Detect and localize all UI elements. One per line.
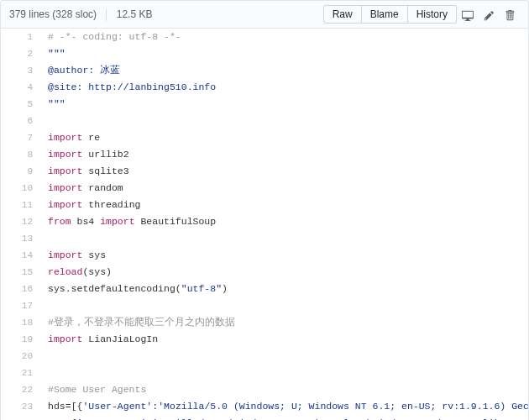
code-line: 2""" (1, 45, 529, 62)
code-line: 11import threading (1, 197, 529, 213)
line-number[interactable]: 22 (1, 381, 39, 398)
line-content: import urllib2 (39, 146, 529, 163)
line-number[interactable]: 18 (1, 314, 39, 331)
token: reload (48, 266, 82, 277)
line-number[interactable]: 17 (1, 297, 39, 314)
token: 'Mozilla/5.0 (Windows; U; Windows NT 6.1… (158, 401, 529, 412)
line-content: {'User-Agent':'Mozilla/5.0 (Windows NT 6… (39, 415, 529, 420)
token: [{ (71, 401, 83, 412)
code-line: 23hds=[{'User-Agent':'Mozilla/5.0 (Windo… (1, 398, 529, 415)
token: #Some User Agents (48, 384, 146, 395)
token: urllib2 (82, 149, 128, 160)
code-line: 16sys.setdefaultencoding("utf-8") (1, 281, 529, 297)
line-number[interactable]: 12 (1, 213, 39, 230)
token: 'User-Agent' (82, 401, 152, 412)
code-line: 15reload(sys) (1, 264, 529, 281)
file-info: 379 lines (328 sloc) 12.5 KB (9, 8, 152, 21)
line-content: @site: http://lanbing510.info (39, 79, 529, 96)
line-number[interactable]: 2 (1, 45, 39, 62)
token: LianJiaLogIn (82, 333, 158, 344)
line-number[interactable]: 13 (1, 230, 39, 247)
token: from (48, 216, 71, 227)
line-number[interactable]: 4 (1, 79, 39, 96)
lines-text: 379 lines (328 sloc) (9, 8, 97, 20)
line-content: import threading (39, 197, 529, 213)
token: sys (82, 249, 106, 260)
line-number[interactable]: 24 (1, 415, 39, 420)
token: import (48, 132, 82, 143)
code-line: 18#登录，不登录不能爬取三个月之内的数据 (1, 314, 529, 331)
line-number[interactable]: 10 (1, 180, 39, 197)
code-line: 5""" (1, 96, 529, 113)
token: "utf-8" (181, 283, 222, 294)
token: = (65, 401, 71, 412)
token: import (48, 199, 82, 210)
line-number[interactable]: 6 (1, 113, 39, 129)
trash-icon[interactable] (500, 5, 520, 24)
code-area: 1# -*- coding: utf-8 -*-2"""3@author: 冰蓝… (0, 29, 529, 420)
token: sys.setdefaultencoding( (48, 283, 181, 294)
token: import (48, 249, 82, 260)
line-number[interactable]: 9 (1, 163, 39, 180)
history-button[interactable]: History (408, 5, 457, 24)
code-line: 17 (1, 297, 529, 314)
token: import (48, 182, 82, 193)
desktop-icon[interactable] (457, 5, 479, 24)
token: import (48, 165, 82, 176)
token: sqlite3 (82, 165, 128, 176)
token: re (82, 132, 100, 143)
line-content: hds=[{'User-Agent':'Mozilla/5.0 (Windows… (39, 398, 529, 415)
token: random (82, 182, 123, 193)
token: import (100, 216, 134, 227)
line-number[interactable]: 16 (1, 281, 39, 297)
line-number[interactable]: 11 (1, 197, 39, 213)
line-content (39, 365, 529, 381)
code-line: 7import re (1, 129, 529, 146)
code-line: 19import LianJiaLogIn (1, 331, 529, 348)
code-line: 22#Some User Agents (1, 381, 529, 398)
blame-button[interactable]: Blame (362, 5, 408, 24)
token: @author: 冰蓝 (48, 65, 120, 76)
line-content (39, 113, 529, 129)
line-number[interactable]: 3 (1, 62, 39, 79)
line-content: @author: 冰蓝 (39, 62, 529, 79)
token: #登录，不登录不能爬取三个月之内的数据 (48, 317, 235, 328)
token: """ (48, 48, 65, 59)
token: @site: http://lanbing510.info (48, 81, 216, 92)
token: ) (222, 283, 228, 294)
line-content: #Some User Agents (39, 381, 529, 398)
line-number[interactable]: 23 (1, 398, 39, 415)
line-content: import re (39, 129, 529, 146)
divider-icon (106, 9, 107, 21)
pencil-icon[interactable] (479, 5, 500, 24)
line-number[interactable]: 15 (1, 264, 39, 281)
line-number[interactable]: 14 (1, 247, 39, 264)
code-line: 10import random (1, 180, 529, 197)
raw-button[interactable]: Raw (323, 5, 362, 24)
line-number[interactable]: 20 (1, 348, 39, 365)
line-content: # -*- coding: utf-8 -*- (39, 29, 529, 45)
code-line: 13 (1, 230, 529, 247)
token: # -*- coding: utf-8 -*- (48, 31, 181, 42)
line-content (39, 297, 529, 314)
code-line: 20 (1, 348, 529, 365)
line-number[interactable]: 19 (1, 331, 39, 348)
line-content: import sys (39, 247, 529, 264)
line-content: reload(sys) (39, 264, 529, 281)
line-number[interactable]: 8 (1, 146, 39, 163)
code-line: 12from bs4 import BeautifulSoup (1, 213, 529, 230)
line-number[interactable]: 1 (1, 29, 39, 45)
line-content: import random (39, 180, 529, 197)
code-line: 8import urllib2 (1, 146, 529, 163)
token: import (48, 149, 82, 160)
code-line: 9import sqlite3 (1, 163, 529, 180)
code-line: 1# -*- coding: utf-8 -*- (1, 29, 529, 45)
token: threading (82, 199, 140, 210)
line-number[interactable]: 21 (1, 365, 39, 381)
code-line: 3@author: 冰蓝 (1, 62, 529, 79)
line-content: import LianJiaLogIn (39, 331, 529, 348)
line-number[interactable]: 5 (1, 96, 39, 113)
line-number[interactable]: 7 (1, 129, 39, 146)
token: BeautifulSoup (135, 216, 217, 227)
line-content: sys.setdefaultencoding("utf-8") (39, 281, 529, 297)
